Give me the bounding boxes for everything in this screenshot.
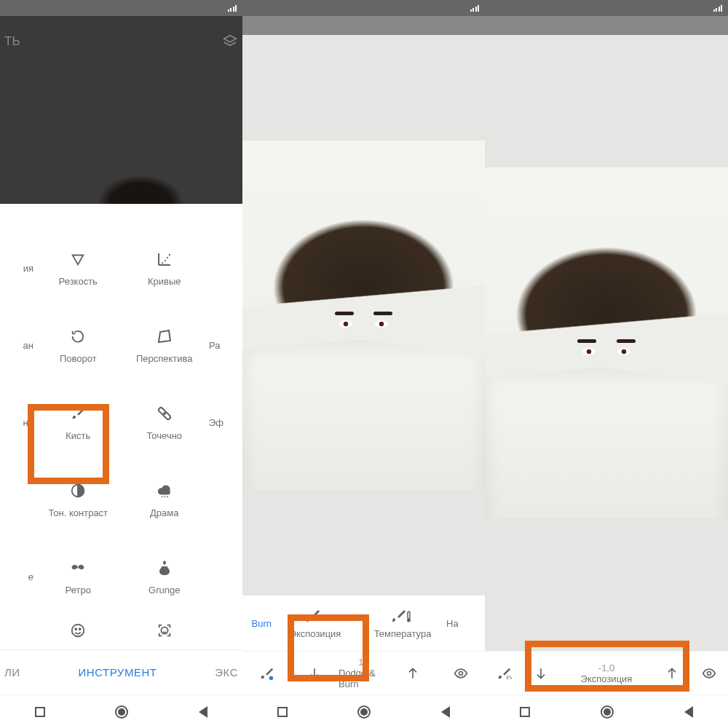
mask-brush-button[interactable] [242, 652, 290, 695]
perspective-icon [156, 325, 173, 347]
tool-label: Драма [150, 507, 178, 519]
tool-face-detect[interactable] [122, 619, 208, 648]
tool-healing[interactable]: Точечно [122, 387, 208, 457]
nav-home-icon[interactable] [357, 705, 371, 719]
tool-label: Ретро [66, 585, 91, 596]
nav-home-icon[interactable] [601, 705, 614, 719]
android-nav-bar [242, 695, 485, 728]
tool-tonal-contrast[interactable]: Тон. контраст [35, 464, 122, 534]
nav-back-icon[interactable] [199, 706, 207, 718]
status-bar [485, 0, 728, 16]
brush-exposure[interactable]: EV Экспозиция [272, 596, 359, 651]
preview-button[interactable] [437, 652, 485, 695]
edited-photo [485, 167, 728, 518]
adjustment-row: EV -1,0 Экспозиция [485, 651, 728, 695]
tool-retro[interactable]: Ретро [35, 542, 122, 612]
brush-dodgeburn-fragment[interactable]: Burn [242, 596, 272, 651]
svg-point-1 [164, 413, 165, 414]
tool-fragment-left[interactable] [0, 619, 35, 648]
tool-label: Поворот [60, 353, 97, 365]
dimmed-photo-header: ТЬ [0, 16, 242, 204]
status-bar [0, 0, 242, 16]
tool-fragment-right[interactable] [207, 619, 242, 648]
signal-icon [713, 4, 723, 12]
decrease-button[interactable] [523, 652, 559, 695]
photo-canvas[interactable] [242, 35, 485, 596]
screen-brush-select: Burn EV Экспозиция Температура На 10 Dod… [242, 0, 485, 728]
nav-recent-icon[interactable] [35, 707, 45, 717]
layers-icon[interactable] [222, 33, 238, 50]
tool-label: Кривые [148, 276, 181, 288]
tool-fragment-left[interactable]: ан [0, 310, 35, 380]
brush-label: Burn [252, 618, 272, 629]
tool-fragment-left[interactable]: ия [0, 233, 35, 303]
status-bar [242, 0, 485, 16]
bandaid-icon [156, 403, 173, 424]
android-nav-bar [0, 695, 242, 728]
open-button-fragment[interactable]: ТЬ [4, 34, 20, 49]
nav-recent-icon[interactable] [520, 707, 530, 717]
nav-home-icon[interactable] [115, 705, 128, 719]
tool-fragment-left[interactable] [0, 464, 35, 534]
brush-saturation-fragment[interactable]: На [446, 596, 471, 651]
tool-drama[interactable]: Драма [122, 464, 208, 534]
header-bar [242, 16, 485, 35]
svg-point-13 [708, 671, 711, 675]
screen-exposure-adjust: EV -1,0 Экспозиция [485, 0, 728, 728]
brush-icon [70, 403, 86, 424]
svg-point-11 [459, 671, 463, 675]
svg-rect-8 [408, 612, 410, 619]
adjustment-row: 10 Dodge & Burn [242, 651, 485, 695]
signal-icon [228, 4, 237, 12]
preview-button[interactable] [690, 652, 728, 695]
tool-label: Перспектива [136, 353, 193, 365]
tool-fragment-right[interactable]: Ра [207, 310, 242, 380]
tool-grunge[interactable]: Grunge [122, 542, 208, 612]
tool-fragment-right[interactable] [207, 233, 242, 303]
tool-fragment-right[interactable] [207, 542, 242, 612]
nav-back-icon[interactable] [684, 706, 693, 718]
tool-label: Точечно [146, 430, 182, 442]
svg-point-5 [79, 628, 81, 630]
mustache-icon [68, 557, 87, 579]
brush-type-row: Burn EV Экспозиция Температура На [242, 596, 485, 651]
tool-fragment-right[interactable] [207, 464, 242, 534]
nav-recent-icon[interactable] [277, 707, 288, 717]
value-label: Dodge & Burn [339, 668, 389, 689]
value-label: Экспозиция [581, 673, 633, 684]
value-number: -1,0 [598, 662, 614, 673]
tool-brush[interactable]: Кисть [35, 387, 122, 457]
brush-temp-icon [392, 608, 413, 625]
mask-brush-button[interactable]: EV [485, 652, 523, 695]
tool-sharpen[interactable]: Резкость [35, 233, 122, 303]
brush-temperature[interactable]: Температура [359, 596, 446, 651]
cloud-icon [156, 480, 173, 502]
tool-rotate[interactable]: Поворот [35, 310, 122, 380]
nav-back-icon[interactable] [441, 706, 450, 718]
adjustment-value[interactable]: -1,0 Экспозиция [559, 662, 654, 684]
tool-face[interactable] [35, 619, 122, 648]
face-detect-icon [157, 620, 173, 641]
tool-curves[interactable]: Кривые [122, 233, 208, 303]
header-bar [485, 16, 728, 35]
tab-export-fragment[interactable]: ЭКС [215, 666, 238, 678]
tools-panel: ия Резкость Кривые ан Поворот [0, 204, 242, 649]
tab-tools[interactable]: ИНСТРУМЕНТ [79, 666, 157, 678]
svg-point-4 [76, 628, 77, 630]
rotate-icon [70, 325, 86, 347]
adjustment-value[interactable]: 10 Dodge & Burn [339, 657, 389, 689]
guitar-icon [157, 557, 172, 579]
tool-perspective[interactable]: Перспектива [122, 310, 208, 380]
increase-button[interactable] [389, 652, 437, 695]
tool-label: Тон. контраст [48, 507, 108, 519]
tool-fragment-left[interactable]: е [0, 542, 35, 612]
decrease-button[interactable] [290, 652, 339, 695]
brush-label: На [446, 618, 459, 629]
photo-canvas[interactable] [485, 35, 728, 651]
tool-fragment-left[interactable]: но [0, 387, 35, 457]
increase-button[interactable] [654, 652, 690, 695]
bottom-tabs: ЛИ ИНСТРУМЕНТ ЭКС [0, 649, 242, 695]
tab-styles-fragment[interactable]: ЛИ [4, 666, 20, 678]
curves-icon [156, 248, 173, 270]
tool-fragment-right[interactable]: Эф [207, 387, 242, 457]
